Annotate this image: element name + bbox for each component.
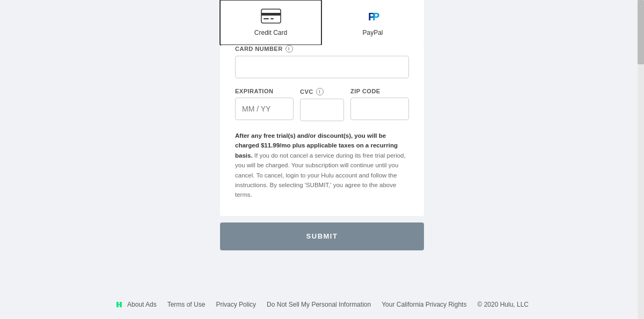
copyright-text: © 2020 Hulu, LLC <box>477 301 529 308</box>
cvc-label: CVC i <box>300 88 344 95</box>
hulu-logo-icon <box>115 301 123 308</box>
paypal-tab[interactable]: P P PayPal <box>321 0 424 45</box>
paypal-tab-label: PayPal <box>362 29 383 36</box>
zip-group: ZIP CODE <box>350 88 409 121</box>
expiration-input[interactable] <box>235 98 294 120</box>
cvc-info-icon[interactable]: i <box>316 88 324 95</box>
about-ads-link[interactable]: About Ads <box>127 301 157 308</box>
paypal-icon: P P <box>363 9 383 26</box>
scrollbar[interactable] <box>638 0 644 319</box>
zip-label: ZIP CODE <box>350 88 409 94</box>
expiration-group: EXPIRATION <box>235 88 294 121</box>
credit-card-tab[interactable]: Credit Card <box>219 0 322 46</box>
card-number-label: CARD NUMBER i <box>235 45 409 53</box>
credit-card-icon <box>261 9 281 26</box>
svg-text:P: P <box>372 11 379 23</box>
svg-marker-6 <box>116 302 122 307</box>
svg-rect-1 <box>261 13 281 16</box>
card-number-input[interactable] <box>235 56 409 78</box>
footer: About Ads Terms of Use Privacy Policy Do… <box>0 290 644 319</box>
card-details-row: EXPIRATION CVC i ZIP CODE <box>220 88 424 121</box>
privacy-policy-link[interactable]: Privacy Policy <box>216 301 256 308</box>
submit-button[interactable]: SUBMIT <box>220 222 424 250</box>
credit-card-tab-label: Credit Card <box>254 29 287 36</box>
terms-of-use-link[interactable]: Terms of Use <box>167 301 206 308</box>
ca-privacy-rights-link[interactable]: Your California Privacy Rights <box>382 301 466 308</box>
disclaimer-text: After any free trial(s) and/or discount(… <box>220 131 424 200</box>
card-number-group: CARD NUMBER i <box>220 45 424 78</box>
svg-rect-2 <box>264 18 269 19</box>
submit-section: SUBMIT <box>220 222 424 250</box>
payment-form-section: CARD NUMBER i EXPIRATION CVC i <box>220 45 424 216</box>
card-number-info-icon[interactable]: i <box>286 45 293 53</box>
svg-rect-3 <box>270 18 274 19</box>
cvc-input[interactable] <box>300 99 344 121</box>
do-not-sell-link[interactable]: Do Not Sell My Personal Information <box>267 301 371 308</box>
expiration-label: EXPIRATION <box>235 88 294 94</box>
zip-input[interactable] <box>350 98 409 120</box>
svg-rect-0 <box>261 9 281 23</box>
scrollbar-thumb[interactable] <box>638 0 644 64</box>
cvc-group: CVC i <box>300 88 344 121</box>
